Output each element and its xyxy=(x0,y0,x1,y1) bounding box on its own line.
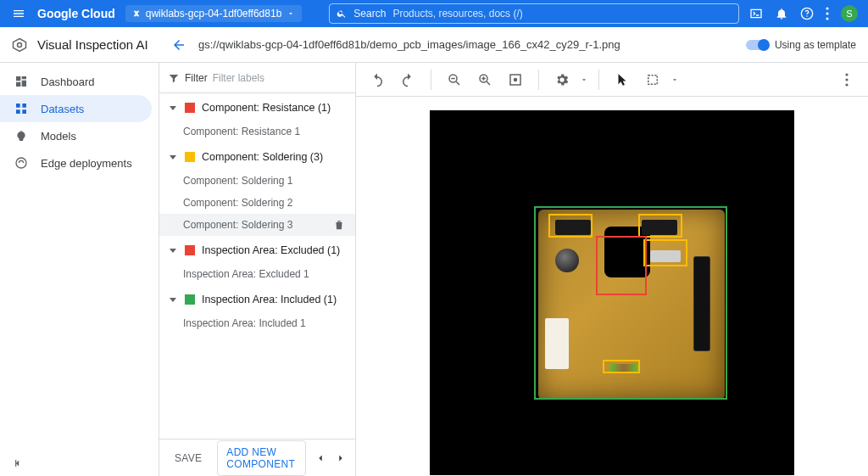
nav-item-dashboard[interactable]: Dashboard xyxy=(0,68,159,95)
label-item-text: Component: Resistance 1 xyxy=(183,126,300,137)
label-item[interactable]: Component: Soldering 3 xyxy=(159,214,355,236)
next-image-button[interactable] xyxy=(335,452,347,464)
deploy-icon xyxy=(14,156,29,170)
label-item-text: Component: Soldering 3 xyxy=(183,219,292,231)
datasets-icon xyxy=(14,102,29,115)
bbox-soldering-3[interactable] xyxy=(643,239,687,266)
label-group-title: Inspection Area: Excluded (1) xyxy=(202,244,340,256)
nav-item-label: Datasets xyxy=(41,103,84,115)
svg-point-13 xyxy=(845,78,848,81)
color-swatch xyxy=(185,245,195,255)
settings-dropdown-caret[interactable] xyxy=(580,76,588,84)
filter-icon xyxy=(168,72,180,84)
svg-point-4 xyxy=(826,17,828,20)
color-swatch xyxy=(185,152,195,162)
product-title: Visual Inspection AI xyxy=(0,36,159,54)
canvas-more-button[interactable] xyxy=(834,67,860,92)
product-icon xyxy=(10,36,29,54)
redo-button[interactable] xyxy=(395,67,420,92)
fit-button[interactable] xyxy=(503,67,528,92)
pointer-tool[interactable] xyxy=(609,67,635,92)
project-selector[interactable]: qwiklabs-gcp-04-1df0eff6d81b xyxy=(125,5,303,22)
nav-item-label: Models xyxy=(41,130,76,143)
chevron-down-icon xyxy=(287,9,295,18)
undo-button[interactable] xyxy=(364,67,390,92)
chevron-down-icon xyxy=(170,106,176,110)
image-path: gs://qwiklabs-gcp-04-1df0eff6d81b/demo_p… xyxy=(198,38,620,51)
bbox-soldering-1[interactable] xyxy=(548,214,593,238)
label-group-title: Component: Resistance (1) xyxy=(202,102,331,114)
label-group-title: Inspection Area: Included (1) xyxy=(202,294,337,305)
settings-button[interactable] xyxy=(549,67,575,92)
left-nav: DashboardDatasetsModelsEdge deployments xyxy=(0,63,159,476)
notifications-icon[interactable] xyxy=(775,7,788,20)
label-item[interactable]: Inspection Area: Excluded 1 xyxy=(159,263,355,285)
label-item[interactable]: Inspection Area: Included 1 xyxy=(159,312,355,334)
zoom-out-button[interactable] xyxy=(442,67,467,92)
back-button[interactable] xyxy=(171,37,186,53)
more-icon[interactable] xyxy=(826,7,829,20)
color-swatch xyxy=(185,294,195,305)
account-avatar[interactable]: S xyxy=(841,5,858,22)
template-label: Using as template xyxy=(775,39,856,51)
svg-point-2 xyxy=(826,7,828,9)
search-icon xyxy=(337,8,347,20)
filter-input[interactable] xyxy=(213,72,347,84)
bbox-tool[interactable] xyxy=(640,67,665,92)
help-icon[interactable] xyxy=(800,7,814,20)
bbox-soldering-2[interactable] xyxy=(638,214,682,238)
svg-point-1 xyxy=(806,15,807,16)
svg-point-10 xyxy=(515,78,517,81)
svg-rect-11 xyxy=(648,75,658,84)
models-icon xyxy=(14,129,29,143)
nav-item-edge-deployments[interactable]: Edge deployments xyxy=(0,149,159,176)
image-canvas[interactable] xyxy=(430,110,794,475)
dashboard-icon xyxy=(14,75,29,88)
label-item[interactable]: Component: Resistance 1 xyxy=(159,120,355,143)
nav-menu-button[interactable] xyxy=(10,7,27,20)
collapse-nav-button[interactable] xyxy=(12,457,24,469)
label-group-header[interactable]: Component: Resistance (1) xyxy=(159,93,355,120)
svg-point-14 xyxy=(845,83,848,86)
prev-image-button[interactable] xyxy=(314,452,326,464)
search-input[interactable] xyxy=(392,8,732,20)
labels-panel: Filter Component: Resistance (1)Componen… xyxy=(159,63,356,476)
nav-item-label: Dashboard xyxy=(41,76,95,88)
chevron-down-icon xyxy=(170,155,176,160)
gcp-logo[interactable]: Google Cloud xyxy=(37,7,115,20)
chevron-down-icon xyxy=(170,249,176,253)
save-button[interactable]: SAVE xyxy=(168,447,209,469)
color-swatch xyxy=(185,103,195,113)
svg-point-3 xyxy=(826,12,828,14)
bbox-resistance-1[interactable] xyxy=(603,360,640,373)
label-item-text: Inspection Area: Excluded 1 xyxy=(183,268,309,280)
label-item[interactable]: Component: Soldering 1 xyxy=(159,170,355,192)
bbox-excluded-hole[interactable] xyxy=(596,236,647,295)
nav-item-datasets[interactable]: Datasets xyxy=(0,95,152,122)
label-item[interactable]: Component: Soldering 2 xyxy=(159,192,355,214)
label-group-title: Component: Soldering (3) xyxy=(202,151,323,163)
canvas-area xyxy=(356,63,868,476)
svg-point-12 xyxy=(845,73,848,76)
arrow-back-icon xyxy=(171,37,186,53)
delete-icon[interactable] xyxy=(333,219,345,231)
project-name: qwiklabs-gcp-04-1df0eff6d81b xyxy=(146,8,282,20)
label-item-text: Component: Soldering 1 xyxy=(183,175,292,187)
label-group-header[interactable]: Inspection Area: Excluded (1) xyxy=(159,236,355,263)
nav-item-models[interactable]: Models xyxy=(0,122,159,149)
template-toggle[interactable] xyxy=(746,40,768,50)
filter-label: Filter xyxy=(185,72,208,84)
label-item-text: Inspection Area: Included 1 xyxy=(183,317,306,329)
nav-item-label: Edge deployments xyxy=(41,157,132,170)
svg-point-5 xyxy=(18,42,22,47)
label-item-text: Component: Soldering 2 xyxy=(183,197,292,209)
label-group-header[interactable]: Component: Soldering (3) xyxy=(159,143,355,170)
svg-point-6 xyxy=(16,158,26,168)
label-group-header[interactable]: Inspection Area: Included (1) xyxy=(159,285,355,312)
add-component-button[interactable]: ADD NEW COMPONENT xyxy=(217,440,306,476)
cloud-shell-icon[interactable] xyxy=(749,7,763,20)
chevron-down-icon xyxy=(170,298,176,302)
global-search[interactable]: Search xyxy=(329,3,739,24)
zoom-in-button[interactable] xyxy=(472,67,498,92)
bbox-dropdown-caret[interactable] xyxy=(670,76,679,84)
